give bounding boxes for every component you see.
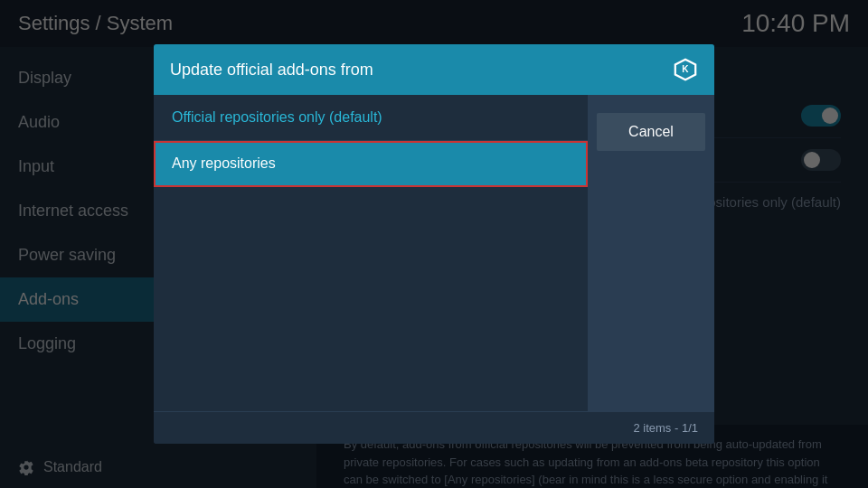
modal-item-official[interactable]: Official repositories only (default) — [154, 95, 588, 141]
modal-item-any-repos[interactable]: Any repositories — [154, 141, 588, 187]
modal-title: Update official add-ons from — [170, 61, 373, 80]
kodi-logo-icon: K — [673, 57, 698, 82]
modal-overlay: Update official add-ons from K Official … — [0, 0, 868, 488]
modal-body: Official repositories only (default) Any… — [154, 95, 714, 411]
svg-text:K: K — [682, 64, 689, 74]
modal-actions: Cancel — [588, 95, 714, 411]
items-count: 2 items - 1/1 — [633, 421, 698, 435]
modal-list: Official repositories only (default) Any… — [154, 95, 588, 411]
modal-dialog: Update official add-ons from K Official … — [154, 44, 714, 444]
modal-footer: 2 items - 1/1 — [154, 411, 714, 444]
modal-header: Update official add-ons from K — [154, 44, 714, 95]
cancel-button[interactable]: Cancel — [597, 113, 705, 151]
